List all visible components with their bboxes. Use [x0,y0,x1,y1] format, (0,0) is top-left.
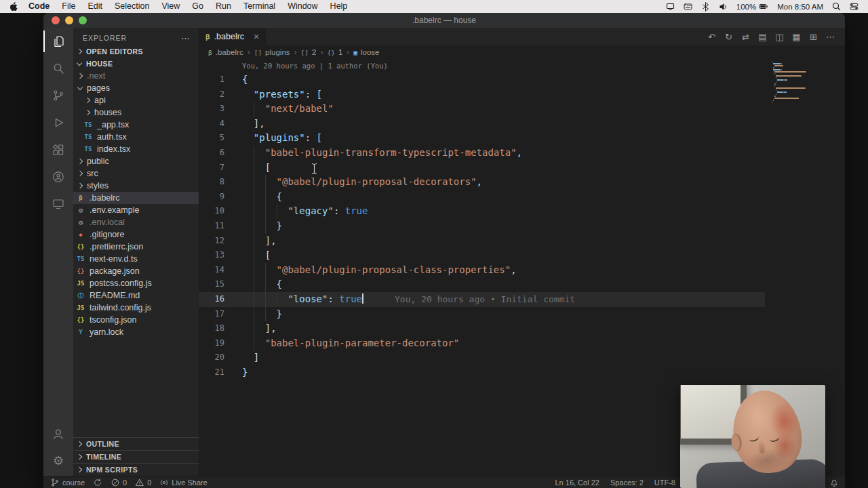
section-outline[interactable]: OUTLINE [73,437,199,450]
menu-selection[interactable]: Selection [108,1,155,11]
menu-edit[interactable]: Edit [81,1,108,11]
code-line-20[interactable]: 20 ] [199,350,765,365]
menu-window[interactable]: Window [281,1,323,11]
tab-babelrc[interactable]: β .babelrc × [199,28,266,45]
status-live-share[interactable]: Live Share [159,478,208,487]
control-center-icon[interactable] [850,2,859,11]
menu-run[interactable]: Run [210,1,237,11]
status-git-branch[interactable]: course [50,478,85,487]
menu-code[interactable]: Code [22,1,56,11]
display-icon[interactable] [666,2,675,11]
menu-go[interactable]: Go [186,1,210,11]
file-yarn.lock[interactable]: Yyarn.lock [73,326,199,338]
code-line-16[interactable]: 16 "loose": trueYou, 20 hours ago • Init… [199,292,765,307]
section-timeline[interactable]: TIMELINE [73,450,199,463]
remote-explorer-icon[interactable] [43,190,73,218]
folder-styles[interactable]: styles [73,180,199,192]
file-_app.tsx[interactable]: TS_app.tsx [73,119,199,131]
minimize-window-button[interactable] [65,16,73,24]
code-line-12[interactable]: 12 ], [199,234,765,249]
code-line-10[interactable]: 10 "legacy": true [199,204,765,219]
code-line-13[interactable]: 13 [ [199,248,765,263]
file-next-env.d.ts[interactable]: TSnext-env.d.ts [73,253,199,265]
account-icon[interactable] [43,420,73,447]
notifications-bell-icon[interactable] [829,478,839,488]
folder-pages[interactable]: pages [73,82,199,94]
timeline-icon[interactable]: ▤ [755,32,770,42]
open-editors-section[interactable]: OPEN EDITORS [73,45,199,58]
folder-src[interactable]: src [73,167,199,180]
folder-houses[interactable]: houses [73,106,199,119]
window-titlebar[interactable]: .babelrc — house [43,13,845,28]
file-index.tsx[interactable]: TSindex.tsx [73,143,199,155]
status-cursor-position[interactable]: Ln 16, Col 22 [555,479,599,487]
status-indentation[interactable]: Spaces: 2 [610,479,644,487]
folder-.next[interactable]: .next [73,70,199,82]
live-share-icon[interactable] [43,163,73,190]
battery-icon[interactable]: 100% [736,2,768,11]
folder-api[interactable]: api [73,94,199,106]
search-icon[interactable] [43,55,73,82]
file-tsconfig.json[interactable]: {}tsconfig.json [73,314,199,326]
menu-terminal[interactable]: Terminal [237,1,281,11]
source-control-icon[interactable] [43,82,73,109]
apple-menu-icon[interactable] [9,2,18,12]
code-line-15[interactable]: 15 { [199,277,765,292]
breadcrumb-2[interactable]: []2 [301,48,317,56]
breadcrumb-loose[interactable]: ▣loose [353,48,379,56]
code-line-3[interactable]: 3 "next/babel" [199,102,765,117]
code-line-17[interactable]: 17 } [199,307,765,322]
code-line-6[interactable]: 6 "babel-plugin-transform-typescript-met… [199,146,765,161]
code-line-1[interactable]: 1{ [199,73,765,87]
gitlens-authors-lens[interactable]: You, 20 hours ago | 1 author (You) [199,59,845,73]
file-package.json[interactable]: {}package.json [73,265,199,277]
file-README.md[interactable]: ⓘREADME.md [73,289,199,302]
code-line-4[interactable]: 4 ], [199,117,765,131]
volume-icon[interactable] [719,2,728,12]
bluetooth-icon[interactable] [701,2,710,12]
file-.env.local[interactable]: ⚙.env.local [73,216,199,228]
code-line-7[interactable]: 7 [ [199,161,765,176]
file-.babelrc[interactable]: β.babelrc [73,192,199,204]
breadcrumb-plugins[interactable]: []plugins [254,48,290,56]
menu-help[interactable]: Help [324,1,354,11]
menu-file[interactable]: File [56,1,81,11]
run-debug-icon[interactable] [43,109,73,136]
customize-layout-icon[interactable]: ⊞ [806,32,821,42]
breadcrumb-1[interactable]: {}1 [327,48,342,56]
minimap[interactable] [772,61,837,104]
section-npm-scripts[interactable]: NPM SCRIPTS [73,463,199,476]
menu-view[interactable]: View [155,1,186,11]
file-.prettierrc.json[interactable]: {}.prettierrc.json [73,241,199,253]
code-line-21[interactable]: 21} [199,365,765,380]
code-line-5[interactable]: 5 "plugins": [ [199,131,765,146]
status-encoding[interactable]: UTF-8 [654,479,675,487]
file-auth.tsx[interactable]: TSauth.tsx [73,131,199,143]
code-line-11[interactable]: 11 } [199,219,765,234]
close-tab-icon[interactable]: × [254,31,259,42]
file-tailwind.config.js[interactable]: JStailwind.config.js [73,302,199,314]
spotlight-icon[interactable] [832,2,841,11]
status-errors[interactable]: 0 [111,478,127,487]
code-line-9[interactable]: 9 { [199,190,765,205]
code-line-8[interactable]: 8 "@babel/plugin-proposal-decorators", [199,175,765,190]
settings-gear-icon[interactable]: ⚙ [43,447,73,474]
code-line-19[interactable]: 19 "babel-plugin-parameter-decorator" [199,336,765,351]
status-sync[interactable] [93,478,102,487]
editor-layout-icon[interactable]: ▦ [789,32,804,42]
keyboard-icon[interactable] [684,2,692,11]
code-line-18[interactable]: 18 ], [199,321,765,336]
file-.env.example[interactable]: ⚙.env.example [73,204,199,216]
status-warnings[interactable]: 0 [135,478,151,487]
code-line-14[interactable]: 14 "@babel/plugin-proposal-class-propert… [199,263,765,278]
discard-changes-icon[interactable]: ↶ [704,32,719,42]
more-actions-icon[interactable]: ⋯ [823,32,838,42]
menu-clock[interactable]: Mon 8:50 AM [777,3,823,11]
file-postcss.config.js[interactable]: JSpostcss.config.js [73,277,199,289]
extensions-icon[interactable] [43,136,73,163]
split-editor-icon[interactable]: ◫ [772,32,787,42]
breadcrumb-.babelrc[interactable]: β.babelrc [208,48,243,56]
close-window-button[interactable] [52,16,60,24]
zoom-window-button[interactable] [79,16,87,24]
refresh-icon[interactable]: ↻ [721,32,736,42]
